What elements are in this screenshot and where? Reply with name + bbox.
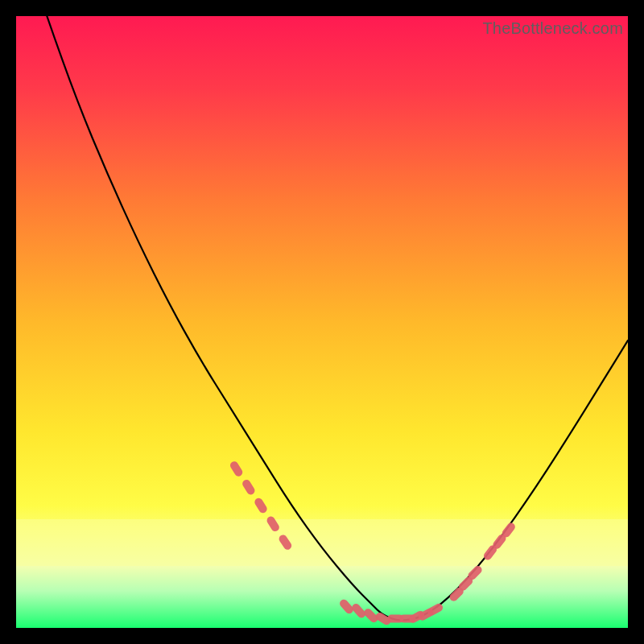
pale-band [16,519,628,566]
chart-frame: TheBottleneck.com [16,16,628,628]
watermark-text: TheBottleneck.com [482,19,623,38]
plot-svg [16,16,628,628]
